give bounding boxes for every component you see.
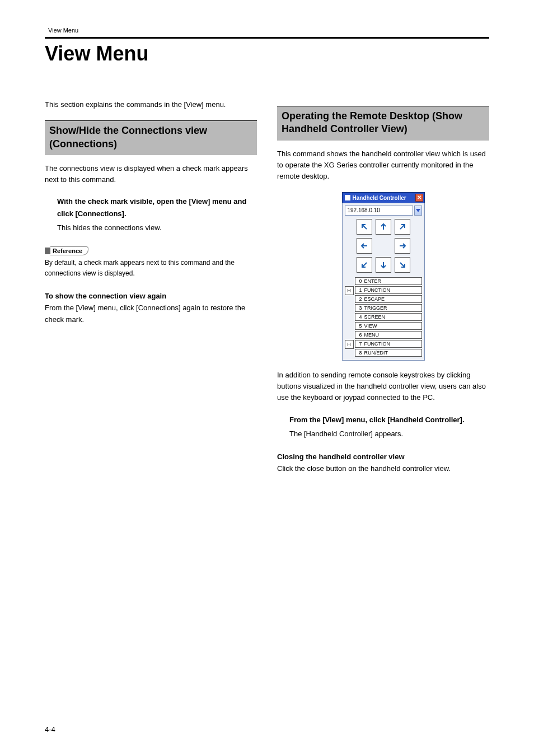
menu-item-label: RUN/EDIT — [364, 350, 388, 356]
dpad — [345, 219, 422, 273]
handheld-menu-item[interactable]: 3TRIGGER — [355, 304, 422, 312]
h-badge: H — [345, 286, 354, 295]
menu-item-number: 6 — [358, 332, 362, 338]
app-icon — [345, 195, 350, 200]
subbody-closing: Click the close button on the handheld c… — [277, 463, 489, 474]
svg-line-8 — [400, 263, 405, 267]
menu-item-label: ESCAPE — [364, 296, 385, 302]
menu-item-number: 2 — [358, 296, 362, 302]
handheld-menu-item[interactable]: 7FUNCTION — [355, 340, 422, 348]
step-title: With the check mark visible, open the [V… — [57, 195, 257, 220]
arrow-down-left-icon — [360, 261, 368, 269]
handheld-body: 192.168.0.10 — [342, 203, 425, 361]
handheld-menu-list: 0ENTER1FUNCTIONH2ESCAPE3TRIGGER4SCREEN5V… — [355, 277, 422, 357]
section-body: The connections view is displayed when a… — [45, 163, 257, 185]
step-title-right: From the [View] menu, click [Handheld Co… — [289, 414, 489, 426]
dpad-up[interactable] — [376, 219, 391, 235]
step-body: This hides the connections view. — [57, 222, 257, 234]
menu-item-number: 8 — [358, 350, 362, 356]
menu-item-label: TRIGGER — [364, 305, 387, 311]
section-heading-remote: Operating the Remote Desktop (Show Handh… — [277, 106, 489, 141]
after-figure-text: In addition to sending remote console ke… — [277, 370, 489, 403]
arrow-right-icon — [399, 242, 406, 250]
intro-text: This section explains the commands in th… — [45, 99, 257, 110]
dpad-down[interactable] — [376, 257, 391, 273]
dpad-right[interactable] — [395, 238, 410, 254]
menu-item-label: SCREEN — [364, 314, 386, 320]
handheld-titlebar: Handheld Controller ✕ — [342, 192, 425, 203]
rule-top — [45, 37, 489, 39]
reference-tag: Reference — [45, 246, 88, 255]
dpad-up-right[interactable] — [395, 219, 410, 235]
section-heading-connections: Show/Hide the Connections view (Connecti… — [45, 120, 257, 155]
handheld-title: Handheld Controller — [353, 195, 413, 201]
handheld-menu-item[interactable]: 0ENTER — [355, 277, 422, 285]
chevron-down-icon — [416, 209, 420, 212]
dpad-left[interactable] — [357, 238, 372, 254]
subheading-closing: Closing the handheld controller view — [277, 452, 489, 461]
reference-body: By default, a check mark appears next to… — [45, 258, 257, 278]
h-badge: H — [345, 340, 354, 349]
arrow-up-left-icon — [360, 223, 368, 231]
page-title: View Menu — [45, 42, 489, 66]
reference-label: Reference — [50, 246, 88, 255]
step-block: With the check mark visible, open the [V… — [57, 195, 257, 234]
handheld-menu-item[interactable]: 8RUN/EDIT — [355, 349, 422, 357]
menu-item-label: VIEW — [364, 323, 377, 329]
running-head: View Menu — [45, 27, 489, 34]
svg-marker-0 — [416, 209, 420, 212]
step-body-right: The [Handheld Controller] appears. — [289, 428, 489, 440]
handheld-menu-item[interactable]: 4SCREEN — [355, 313, 422, 321]
arrow-up-icon — [380, 223, 387, 231]
handheld-menu-item[interactable]: 5VIEW — [355, 322, 422, 330]
right-column: Operating the Remote Desktop (Show Handh… — [277, 99, 489, 486]
handheld-menu-item[interactable]: 6MENU — [355, 331, 422, 339]
section-heading-text: Operating the Remote Desktop (Show Handh… — [282, 110, 485, 136]
handheld-menu-item[interactable]: 2ESCAPE — [355, 295, 422, 303]
menu-item-number: 0 — [358, 278, 362, 284]
menu-item-label: ENTER — [364, 278, 382, 284]
arrow-down-right-icon — [399, 261, 406, 269]
page-number: 4-4 — [45, 725, 55, 734]
menu-item-label: MENU — [364, 332, 380, 338]
dpad-down-left[interactable] — [357, 257, 372, 273]
arrow-left-icon — [360, 242, 368, 250]
svg-line-1 — [362, 225, 367, 229]
menu-item-label: FUNCTION — [364, 287, 391, 293]
subbody-show-again: From the [View] menu, click [Connections… — [45, 302, 257, 325]
left-column: This section explains the commands in th… — [45, 99, 257, 486]
menu-item-label: FUNCTION — [364, 341, 391, 347]
svg-line-3 — [400, 225, 405, 229]
dpad-center-blank — [376, 238, 391, 254]
step-block-right: From the [View] menu, click [Handheld Co… — [289, 414, 489, 440]
dpad-down-right[interactable] — [395, 257, 410, 273]
menu-item-number: 1 — [358, 287, 362, 293]
dpad-up-left[interactable] — [357, 219, 372, 235]
menu-item-number: 4 — [358, 314, 362, 320]
handheld-figure: Handheld Controller ✕ 192.168.0.10 — [277, 192, 489, 361]
handheld-menu-item[interactable]: 1FUNCTION — [355, 286, 422, 294]
arrow-up-right-icon — [399, 223, 406, 231]
section-body-remote: This command shows the handheld controll… — [277, 148, 489, 182]
menu-item-number: 7 — [358, 341, 362, 347]
subheading-show-again: To show the connection view again — [45, 292, 257, 300]
svg-line-6 — [362, 263, 367, 267]
section-heading-text: Show/Hide the Connections view (Connecti… — [49, 124, 252, 151]
ip-field[interactable]: 192.168.0.10 — [345, 206, 413, 216]
reference-icon — [45, 248, 50, 254]
menu-item-number: 5 — [358, 323, 362, 329]
close-icon[interactable]: ✕ — [415, 194, 423, 202]
menu-item-number: 3 — [358, 305, 362, 311]
ip-dropdown-button[interactable] — [414, 206, 422, 216]
arrow-down-icon — [380, 261, 387, 269]
